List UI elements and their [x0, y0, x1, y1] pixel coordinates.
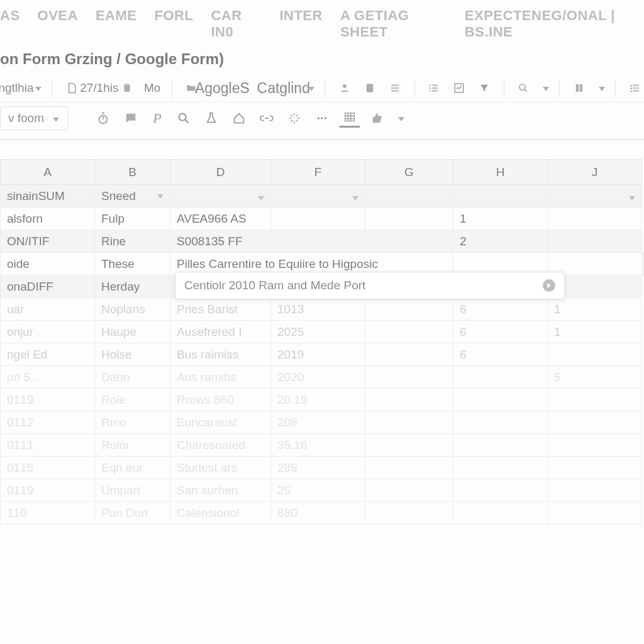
- cell[interactable]: 880: [271, 502, 365, 525]
- cell[interactable]: [453, 389, 548, 411]
- align-icon[interactable]: [386, 79, 404, 97]
- cell[interactable]: 285: [271, 457, 365, 479]
- cell[interactable]: San surhen: [170, 479, 271, 502]
- menu-ovea[interactable]: OVEA: [38, 8, 78, 40]
- checklist-icon[interactable]: [625, 79, 644, 97]
- cell[interactable]: [365, 185, 453, 208]
- cell[interactable]: ON/ITIF: [1, 230, 95, 253]
- cell[interactable]: [548, 411, 642, 434]
- cell[interactable]: [548, 434, 642, 457]
- document-title[interactable]: on Form Grzing / Google Form): [0, 47, 644, 74]
- cell[interactable]: 1013: [271, 298, 365, 321]
- go-arrow-icon[interactable]: [543, 279, 555, 292]
- zoom-icon[interactable]: [173, 109, 194, 128]
- col-header-A[interactable]: A: [1, 160, 95, 185]
- cell[interactable]: sinainSUM: [1, 185, 95, 208]
- cell[interactable]: Rine: [95, 230, 170, 253]
- cell[interactable]: 1: [548, 321, 642, 343]
- dots-icon[interactable]: [311, 109, 333, 128]
- cell[interactable]: Umpart: [95, 479, 170, 502]
- cell[interactable]: Rolor: [95, 434, 170, 457]
- filter-arrow-icon[interactable]: [629, 196, 635, 201]
- clipboard2-icon[interactable]: [360, 79, 379, 97]
- cell[interactable]: Studest ars: [170, 457, 271, 479]
- cell[interactable]: [453, 479, 548, 502]
- cell[interactable]: Aus ramihs: [170, 366, 271, 389]
- cell[interactable]: [548, 479, 642, 502]
- stopwatch-icon[interactable]: [92, 109, 114, 128]
- cell[interactable]: Herday: [95, 275, 170, 298]
- cell[interactable]: [453, 434, 548, 457]
- comment-icon[interactable]: [120, 109, 142, 128]
- cell[interactable]: 110: [1, 502, 95, 525]
- data-grid[interactable]: A B D F G H J sinainSUM Sneed alsfornFul…: [0, 159, 644, 525]
- col-header-F[interactable]: F: [271, 160, 365, 185]
- col-header-D[interactable]: D: [170, 160, 271, 185]
- filter-arrow-icon[interactable]: [352, 196, 358, 201]
- agogles-label[interactable]: AgogleS: [207, 79, 237, 97]
- list-icon[interactable]: [425, 79, 443, 97]
- cell[interactable]: [453, 411, 548, 434]
- cell[interactable]: [365, 298, 453, 321]
- filter-arrow-icon[interactable]: [258, 196, 264, 201]
- cell[interactable]: [271, 230, 365, 253]
- menu-carino[interactable]: CAR IN0: [211, 8, 262, 40]
- cell[interactable]: 208: [271, 411, 365, 434]
- cell[interactable]: oide: [1, 253, 95, 275]
- cell[interactable]: Calensionol: [170, 502, 271, 525]
- cell[interactable]: 6: [453, 343, 548, 366]
- page-icon[interactable]: [62, 79, 81, 97]
- cell[interactable]: [365, 230, 453, 253]
- book-icon[interactable]: [570, 79, 589, 97]
- cell[interactable]: Ausefrered I: [170, 321, 271, 343]
- person-icon[interactable]: [335, 79, 354, 97]
- cell[interactable]: [365, 321, 453, 343]
- cell[interactable]: Holse: [95, 343, 170, 366]
- chevron-down-icon[interactable]: [31, 82, 42, 94]
- cell[interactable]: 6: [453, 321, 548, 343]
- cell[interactable]: ngel Ed: [1, 343, 95, 366]
- menu-as[interactable]: AS: [0, 8, 20, 40]
- cell[interactable]: 1: [548, 298, 642, 321]
- cell[interactable]: [453, 457, 548, 479]
- cell[interactable]: [453, 366, 548, 389]
- chevron-down-icon[interactable]: [394, 113, 404, 124]
- cell[interactable]: Eqn eur: [95, 457, 170, 479]
- cell[interactable]: 6: [453, 298, 548, 321]
- cell[interactable]: [271, 185, 365, 208]
- cell[interactable]: Pries Barist: [170, 298, 271, 321]
- filter-icon[interactable]: [475, 79, 494, 97]
- filter-arrow-icon[interactable]: [157, 194, 164, 199]
- cell[interactable]: [548, 389, 642, 411]
- catglind-label[interactable]: Catglind: [269, 79, 298, 97]
- cell[interactable]: [548, 185, 642, 208]
- cell[interactable]: 20.19: [271, 389, 365, 411]
- cell[interactable]: Noplans: [95, 298, 170, 321]
- cell[interactable]: [365, 366, 453, 389]
- cell[interactable]: 35.16: [271, 434, 365, 457]
- cell[interactable]: Role: [95, 389, 170, 411]
- cell[interactable]: [365, 343, 453, 366]
- cell[interactable]: [271, 208, 365, 230]
- cell[interactable]: 25: [271, 479, 365, 502]
- search-icon[interactable]: [514, 79, 533, 97]
- cell[interactable]: 0111: [1, 434, 95, 457]
- italic-p-icon[interactable]: P: [148, 109, 167, 128]
- cell[interactable]: Charesnated: [170, 434, 271, 457]
- menu-eame[interactable]: EAME: [96, 8, 137, 40]
- cell[interactable]: [365, 411, 453, 434]
- menu-sheet[interactable]: A GETIAG SHEET: [340, 8, 447, 40]
- menu-inter[interactable]: INTER: [279, 8, 323, 40]
- clipboard-icon[interactable]: [118, 79, 136, 97]
- cell[interactable]: Rrows 860: [170, 389, 271, 411]
- cell[interactable]: onjur: [1, 321, 95, 343]
- spark-icon[interactable]: [284, 109, 305, 128]
- cell[interactable]: [548, 230, 642, 253]
- menu-expect[interactable]: EXPECTENEG/ONAL | BS.INE: [465, 8, 644, 40]
- cell[interactable]: un 5..: [1, 366, 95, 389]
- cell[interactable]: Pun Dun: [95, 502, 170, 525]
- cell[interactable]: onaDIFF: [1, 275, 95, 298]
- cell[interactable]: uar: [1, 298, 95, 321]
- cell[interactable]: [170, 185, 271, 208]
- chevron-down-icon[interactable]: [539, 82, 549, 94]
